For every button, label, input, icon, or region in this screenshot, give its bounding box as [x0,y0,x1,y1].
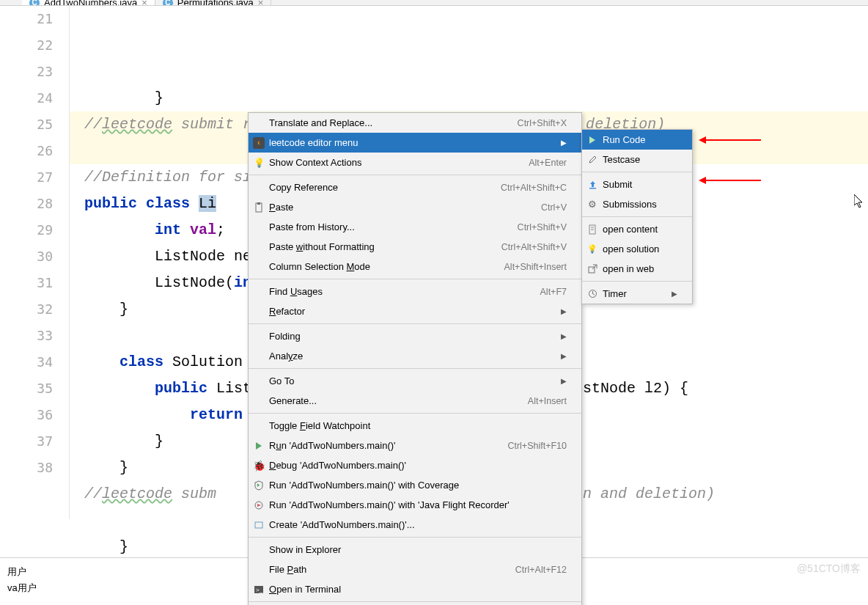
menu-item-toggle-field-watchpoint[interactable]: Toggle Field Watchpoint [249,416,581,436]
menu-item-open-in-web[interactable]: open in web [582,259,692,279]
menu-item-label: Testcase [603,154,640,165]
menu-item-paste[interactable]: PasteCtrl+V [249,197,581,217]
code-line [84,142,93,159]
annotation-arrow [702,180,761,181]
menu-shortcut: Ctrl+Shift+X [496,118,567,128]
close-icon[interactable]: × [141,0,147,6]
menu-item-testcase[interactable]: Testcase [582,150,692,169]
menu-shortcut: Alt+Insert [506,396,567,406]
menu-item-submissions[interactable]: ⚙Submissions [582,194,692,214]
cursor-icon [854,194,866,213]
menu-item-label: Folding [269,331,301,342]
menu-item-label: Go To [269,375,294,386]
java-class-icon: C [163,0,173,6]
submenu-arrow-icon: ▶ [539,352,567,360]
menu-shortcut: Ctrl+Alt+Shift+C [479,183,567,193]
menu-item-file-path[interactable]: File PathCtrl+Alt+F12 [249,560,581,579]
menu-item-run-addtwonumbers-main-with-java-flight-recorder-[interactable]: Run 'AddTwoNumbers.main()' with 'Java Fl… [249,495,581,515]
menu-item-label: Find Usages [269,286,323,297]
menu-item-label: Toggle Field Watchpoint [269,420,370,431]
menu-shortcut: Alt+F7 [518,287,567,297]
menu-item-leetcode-editor-menu[interactable]: ‹leetcode editor menu▶ [249,133,581,153]
menu-shortcut: Alt+Enter [507,158,567,168]
code-line: class Solution [84,353,251,370]
menu-item-run-code[interactable]: Run Code [582,130,692,150]
tab-label: Permutations.java [177,0,254,6]
paste-icon [253,202,265,213]
debug-icon: 🐞 [253,460,265,472]
menu-item-label: Translate and Replace... [269,117,372,128]
submenu-arrow-icon: ▶ [539,139,567,147]
line-gutter: 212223 242526 272829 303132 333435 36373… [0,6,70,519]
menu-item-go-to[interactable]: Go To▶ [249,371,581,391]
menu-shortcut: Ctrl+Alt+Shift+V [479,242,567,252]
code-line: ListNode(in [84,274,251,291]
jfr-icon [253,499,265,511]
menu-shortcut: Alt+Shift+Insert [482,262,567,272]
menu-item-label: Analyze [269,351,303,362]
leetcode-submenu: Run CodeTestcaseSubmit⚙Submissionsopen c… [581,129,693,304]
code-line [84,512,93,529]
menu-item-show-context-actions[interactable]: 💡Show Context ActionsAlt+Enter [249,153,581,172]
menu-item-label: Copy Reference [269,182,338,193]
menu-item-run-addtwonumbers-main-with-coverage[interactable]: Run 'AddTwoNumbers.main()' with Coverage [249,475,581,495]
menu-item-label: open solution [603,243,659,254]
code-line: ListNode ne [84,248,251,265]
menu-item-debug-addtwonumbers-main-[interactable]: 🐞Debug 'AddTwoNumbers.main()' [249,455,581,475]
coverage-icon [253,480,265,491]
menu-item-open-in-terminal[interactable]: >_Open in Terminal [249,579,581,599]
menu-item-label: Create 'AddTwoNumbers.main()'... [269,519,415,530]
menu-item-column-selection-mode[interactable]: Column Selection ModeAlt+Shift+Insert [249,257,581,276]
menu-item-submit[interactable]: Submit [582,175,692,194]
code-line: } [84,301,128,318]
svg-rect-8 [589,188,596,189]
menu-shortcut: Ctrl+V [519,202,567,213]
menu-item-paste-from-history-[interactable]: Paste from History...Ctrl+Shift+V [249,217,581,237]
clock-icon [586,288,598,300]
menu-item-generate-[interactable]: Generate...Alt+Insert [249,391,581,411]
svg-text:>_: >_ [256,587,263,593]
code-line: public class Li [84,195,216,212]
bulb-icon: 💡 [253,157,265,169]
watermark: @51CTO博客 [797,562,861,576]
menu-item-analyze[interactable]: Analyze▶ [249,346,581,366]
run-green-icon [586,134,598,146]
doc-icon [586,224,598,235]
leetcode-icon: ‹ [253,137,265,149]
java-class-icon: C [29,0,40,6]
svg-rect-1 [257,202,260,205]
submenu-arrow-icon: ▶ [539,332,567,340]
menu-item-label: Timer [603,288,627,299]
code-line: return [84,406,251,423]
menu-item-create-addtwonumbers-main-[interactable]: Create 'AddTwoNumbers.main()'... [249,515,581,535]
run-icon [253,440,265,452]
menu-item-run-addtwonumbers-main-[interactable]: Run 'AddTwoNumbers.main()'Ctrl+Shift+F10 [249,436,581,455]
code-line: int val; [84,221,225,238]
menu-item-label: Refactor [269,306,305,317]
context-menu: Translate and Replace...Ctrl+Shift+X‹lee… [248,112,582,605]
menu-item-timer[interactable]: Timer▶ [582,284,692,304]
menu-item-paste-without-formatting[interactable]: Paste without FormattingCtrl+Alt+Shift+V [249,237,581,257]
menu-item-label: Generate... [269,395,317,406]
menu-item-label: Show in Explorer [269,544,341,555]
submenu-arrow-icon: ▶ [539,377,567,385]
menu-item-label: open content [603,224,658,235]
menu-item-label: Paste from History... [269,221,355,232]
menu-item-folding[interactable]: Folding▶ [249,326,581,346]
menu-item-find-usages[interactable]: Find UsagesAlt+F7 [249,282,581,301]
gear-icon: ⚙ [586,199,598,210]
code-line: //leetcode submn and deletion) [84,485,216,502]
menu-item-translate-and-replace-[interactable]: Translate and Replace...Ctrl+Shift+X [249,113,581,133]
menu-item-open-content[interactable]: open content [582,219,692,239]
menu-item-open-solution[interactable]: 💡open solution [582,239,692,259]
menu-item-show-in-explorer[interactable]: Show in Explorer [249,540,581,560]
menu-item-refactor[interactable]: Refactor▶ [249,301,581,321]
pencil-icon [586,154,598,166]
menu-item-label: open in web [603,263,654,274]
tab-addtwonumbers[interactable]: C AddTwoNumbers.java × [22,0,155,5]
close-icon[interactable]: × [258,0,264,6]
menu-item-label: Submissions [603,199,657,210]
menu-item-copy-reference[interactable]: Copy ReferenceCtrl+Alt+Shift+C [249,177,581,197]
submenu-arrow-icon: ▶ [539,307,567,315]
tab-permutations[interactable]: C Permutations.java × [155,0,272,5]
